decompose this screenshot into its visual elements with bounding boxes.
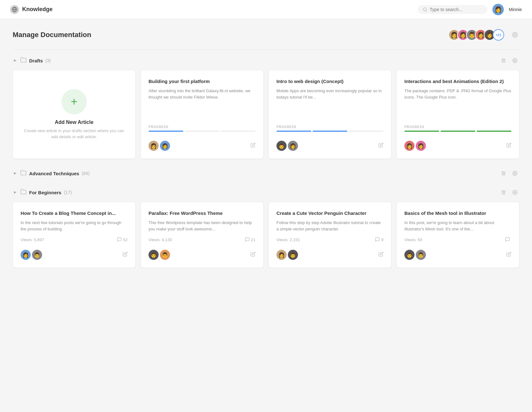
progress-segment-2 [313,131,347,132]
progress-section: PROGRESS [404,125,511,132]
progress-segment-2 [185,131,219,132]
search-box[interactable] [418,5,487,14]
article-description: After stumbling into the brilliant Galax… [149,88,256,120]
comments-count: 52 [123,237,128,242]
avatar: 👩 [149,141,159,151]
search-icon [423,7,427,12]
section-header-drafts: Drafts (3) [13,56,519,65]
edit-icon[interactable] [506,252,511,258]
section-drafts: Drafts (3) [13,56,519,159]
progress-segment-3 [221,131,256,132]
add-card-title: Add New Article [55,119,93,125]
section-settings-button[interactable] [510,169,519,178]
header-brand: Knowledge [10,5,53,14]
progress-bar [404,131,511,132]
section-header-left: For Beginners (17) [13,189,72,196]
progress-section: PROGRESS [149,125,256,132]
edit-icon[interactable] [378,143,383,149]
search-input[interactable] [430,7,482,12]
views-count: Views: 2,191 [276,237,300,242]
article-title: Basics of the Mesh tool in Illustrator [404,210,511,216]
page-settings-icon[interactable] [510,30,519,39]
app-title: Knowledge [22,6,53,13]
card-avatars: 👨 👩 [276,141,298,151]
card-avatars: 👩 👨 [21,250,42,260]
collapse-advanced-button[interactable] [13,171,18,176]
section-beginners: For Beginners (17) [13,188,519,268]
progress-segment-1 [404,131,439,132]
section-title-drafts: Drafts [29,58,43,63]
progress-bar [276,131,383,132]
section-settings-button[interactable] [510,56,519,65]
add-new-article-card[interactable]: + Add New Article Create new article in … [13,70,136,159]
card-footer: 👩 👩 [149,137,256,151]
member-avatars: 👩 👩 👨 👩 👩 +21 [448,29,504,41]
progress-segment-2 [440,131,475,132]
card-footer: 👩 👨 [276,246,383,260]
article-description: Follow this step by step Adobe Illustrat… [276,220,383,232]
add-card-description: Create new article in your drafts sectio… [21,128,128,140]
collapse-drafts-button[interactable] [13,58,18,63]
comments-count: 9 [381,237,383,242]
edit-icon[interactable] [250,252,256,258]
delete-section-button[interactable] [499,169,508,178]
avatar: 👩 [404,141,415,151]
card-avatars: 👩 👨 [276,250,298,260]
collapse-beginners-button[interactable] [13,190,18,195]
page-header-right: 👩 👩 👨 👩 👩 +21 [448,29,519,41]
svg-marker-5 [14,59,16,62]
svg-line-3 [426,10,427,11]
section-header-right-advanced [499,169,519,178]
avatar-more-count[interactable]: +21 [493,29,504,41]
progress-bar [149,131,256,132]
beginner-article-card-4: Basics of the Mesh tool in Illustrator I… [396,202,519,268]
views-row: Views: 2,191 9 [276,237,383,242]
svg-point-2 [423,8,426,10]
edit-icon[interactable] [506,143,511,149]
svg-point-8 [514,173,516,174]
comment-icon [505,237,510,242]
add-circle-button[interactable]: + [61,89,87,114]
card-footer: 👨 👨 [149,246,256,260]
card-avatars: 👩 👩 [149,141,170,151]
delete-section-button[interactable] [499,56,508,65]
card-avatars: 👩 👩 [404,141,426,151]
plus-icon: + [71,96,77,107]
avatar: 👨 [416,250,426,260]
section-header-right-beginners [499,188,519,197]
header-actions: 👩 Minnie [418,4,522,15]
views-row: Views: 5,897 52 [21,237,128,242]
page-divider [13,49,519,50]
article-description: In the next few tutorials posts we're go… [21,220,128,232]
delete-section-button[interactable] [499,188,508,197]
edit-icon[interactable] [123,252,128,258]
progress-segment-1 [149,131,183,132]
progress-segment-3 [349,131,383,132]
avatar: 👨 [149,250,159,260]
views-row: Views: 4,130 21 [149,237,256,242]
comments-group: 52 [117,237,128,242]
avatar: 👨 [288,250,298,260]
svg-marker-7 [14,172,16,175]
edit-icon[interactable] [378,252,383,258]
comments-group: 21 [245,237,256,242]
svg-marker-9 [14,191,16,194]
progress-label: PROGRESS [404,125,511,129]
article-title: How To Create a Blog Theme Concept in... [21,210,128,216]
progress-segment-3 [477,131,511,132]
progress-label: PROGRESS [276,125,383,129]
avatar: 👩 [21,250,31,260]
views-count: Views: 5,897 [21,237,44,242]
svg-point-10 [514,192,516,193]
edit-icon[interactable] [250,143,256,149]
card-footer: 👨 👨 [404,246,511,260]
comment-icon [375,237,380,242]
progress-section: PROGRESS [276,125,383,132]
avatar: 👨 [276,141,287,151]
card-footer: 👨 👩 [276,137,383,151]
progress-segment-1 [276,131,311,132]
avatar: 👨 [160,250,170,260]
comments-count: 21 [251,237,256,242]
section-settings-button[interactable] [510,188,519,197]
comments-group: 9 [375,237,383,242]
